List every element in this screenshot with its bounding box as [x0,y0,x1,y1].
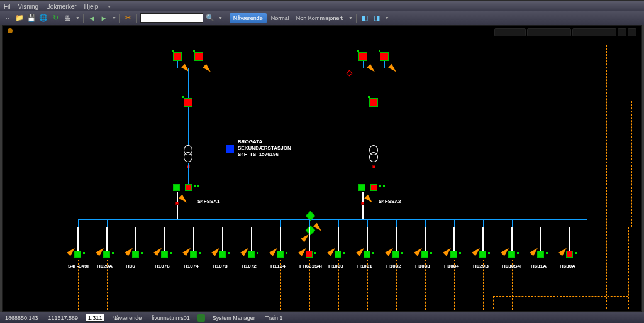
cable-route [493,305,619,305]
feeder-switch[interactable] [219,251,226,258]
feeder-conductor [425,227,426,251]
feeder-switch[interactable] [450,251,457,258]
separator [136,14,137,23]
tool-a-icon[interactable]: ◧ [360,13,370,23]
feeder-switch[interactable] [277,251,284,258]
separator [83,14,84,23]
indicator [430,252,432,254]
feeder-switch[interactable] [566,251,573,258]
separator [119,14,120,23]
menu-fil[interactable]: Fil [4,3,11,10]
tool-b-icon[interactable]: ◨ [372,13,382,23]
indicator [357,50,359,52]
cut-icon[interactable]: ✂ [123,13,133,23]
dropdown-4-icon[interactable]: ▼ [348,16,353,20]
dropdown-1-icon[interactable]: ▼ [75,16,80,20]
cable-route [606,45,607,309]
scale-input[interactable] [86,314,104,322]
breaker-closed[interactable] [358,52,367,61]
feeder-label: S4F-349F [68,263,91,269]
status-sysmgr[interactable]: System Manager [210,315,258,321]
menu-visning[interactable]: Visning [18,3,39,10]
open-icon[interactable]: 📁 [14,13,25,23]
arrow-icon [179,195,189,205]
breaker-closed[interactable] [173,52,182,61]
feeder-switch[interactable] [74,251,81,258]
indicator [401,252,403,254]
feeder-switch[interactable] [190,251,197,258]
dropdown-3-icon[interactable]: ▼ [218,16,223,20]
save-icon[interactable]: 💾 [26,13,36,23]
indicator [197,185,199,187]
breaker-closed[interactable] [369,98,378,107]
breaker-closed[interactable] [184,98,192,107]
status-view[interactable]: Nåværende [109,315,144,321]
feeder-conductor [193,227,194,251]
feeder-label: H1073 [213,263,228,269]
feeder-switch[interactable] [537,251,544,258]
dropdown-5-icon[interactable]: ▼ [385,16,389,20]
overlay-btn[interactable] [628,28,636,36]
search-icon[interactable]: 🔍 [205,13,215,23]
feeder-conductor [280,227,281,251]
view-normal-button[interactable]: Normal [269,15,292,21]
nav-back-icon[interactable]: ◄ [87,13,97,23]
breaker-closed[interactable] [380,52,389,61]
cable-route [493,296,494,309]
overlay-btn[interactable] [494,28,526,36]
view-noncomm-button[interactable]: Non Kommisjonert [294,15,345,21]
feeder-switch[interactable] [479,251,486,258]
arrow-icon [367,64,377,74]
cable-route [493,296,628,297]
cable-route [136,260,136,310]
feeder-conductor [482,227,484,251]
feeder-switch[interactable] [508,251,515,258]
feeder-switch[interactable] [364,251,370,258]
nav-fwd-icon[interactable]: ► [99,13,109,23]
dropdown-2-icon[interactable]: ▼ [112,16,116,20]
status-server: livunnettnms01 [149,315,192,321]
new-icon[interactable]: ▫ [3,13,13,23]
menu-expand-icon[interactable]: ▼ [107,4,111,9]
overlay-btn[interactable] [572,28,616,36]
switch-open[interactable] [358,184,365,191]
cable-route [628,227,629,309]
status-train[interactable]: Train 1 [263,315,286,321]
refresh-icon[interactable]: ↻ [50,13,60,23]
feeder-conductor [511,227,513,251]
menu-bokmerker[interactable]: Bokmerker [46,3,76,10]
breaker-closed[interactable] [370,184,377,191]
feeder-switch[interactable] [248,251,255,258]
sld-canvas[interactable]: S4FSSA1 S4FSSA2 BROGATA SEKUNDÆRSTASJON … [2,25,642,312]
feeder-switch[interactable] [161,251,168,258]
arrow-icon [203,64,213,74]
feeder-switch[interactable] [421,251,428,258]
print-icon[interactable]: 🖶 [62,13,72,23]
overlay-btn[interactable] [527,28,571,36]
view-current-button[interactable]: Nåværende [230,13,267,23]
feeder-switch[interactable] [306,251,313,258]
transformer-icon [369,152,378,162]
breaker-closed[interactable] [194,52,203,61]
feeder-switch[interactable] [335,251,341,258]
globe-icon[interactable]: 🌐 [38,13,48,23]
conductor [177,192,178,219]
feeder-switch[interactable] [132,251,139,258]
bus1-label: S4FSSA1 [197,199,220,204]
breaker-closed[interactable] [185,184,192,191]
station-name-2: SEKUNDÆRSTASJON [238,145,291,151]
search-input[interactable] [140,13,203,23]
indicator [379,50,380,52]
cable-route [619,227,635,227]
overlay-btn[interactable] [618,28,626,36]
status-dot-icon [8,28,13,33]
feeder-switch[interactable] [392,251,399,258]
switch-open[interactable] [173,184,180,191]
menu-hjelp[interactable]: Hjelp [84,3,99,10]
feeder-conductor [569,227,570,251]
feeder-conductor [77,227,79,251]
conductor [188,163,189,184]
menubar: Fil Visning Bokmerker Hjelp ▼ [0,0,644,11]
feeder-label: H1076 [155,263,170,269]
feeder-switch[interactable] [103,251,110,258]
